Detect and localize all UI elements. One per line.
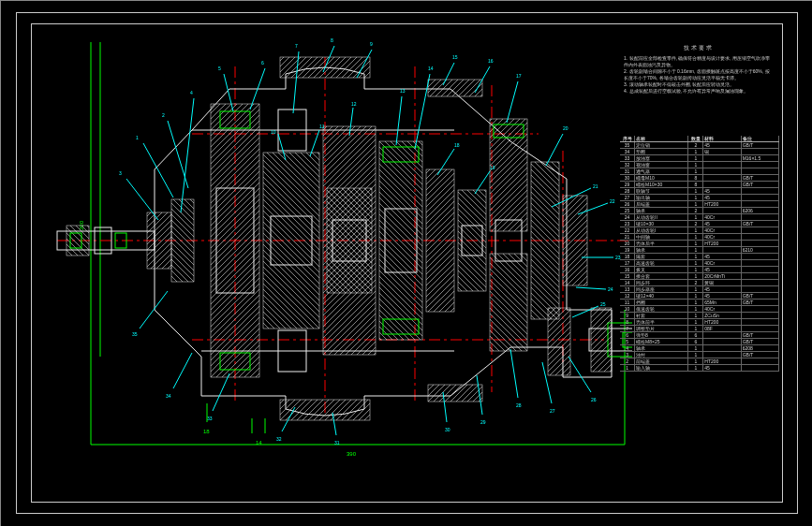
svg-rect-48 xyxy=(548,308,570,375)
bom-row: 20壳体后半1HT200 xyxy=(620,241,779,247)
svg-text:1: 1 xyxy=(136,135,139,140)
svg-text:13: 13 xyxy=(400,88,406,94)
bom-row: 3油封1GB/T xyxy=(620,352,779,358)
svg-line-84 xyxy=(507,81,518,123)
bom-row: 2前端盖1HT200 xyxy=(620,358,779,365)
gear-main xyxy=(323,126,376,355)
bom-row: 9衬套1ZCuSn xyxy=(620,313,779,319)
svg-rect-19 xyxy=(147,212,171,269)
svg-text:7: 7 xyxy=(295,43,298,49)
bom-row: 5螺栓M8×256GB/T xyxy=(620,339,779,345)
svg-text:33: 33 xyxy=(207,416,213,421)
svg-text:18: 18 xyxy=(454,142,460,148)
bom-row: 10低速齿轮140Cr xyxy=(620,306,779,313)
drawing-canvas[interactable]: 390 200 xyxy=(42,29,632,488)
bom-row: 11挡圈165MnGB/T xyxy=(620,300,779,306)
gear-high xyxy=(379,141,422,340)
svg-line-98 xyxy=(576,287,606,289)
svg-text:15: 15 xyxy=(452,54,458,60)
svg-text:30: 30 xyxy=(445,427,450,432)
bom-row: 4轴承16208 xyxy=(620,345,779,352)
svg-text:19: 19 xyxy=(490,165,495,170)
svg-line-118 xyxy=(173,353,192,388)
notes-title: 技术要求 xyxy=(624,44,774,51)
svg-rect-20 xyxy=(171,199,194,282)
svg-text:16: 16 xyxy=(488,58,494,64)
svg-text:27: 27 xyxy=(550,408,555,414)
svg-line-116 xyxy=(213,373,229,411)
aux-dims: 14 18 xyxy=(203,403,265,446)
svg-text:14: 14 xyxy=(428,66,434,71)
bom-row: 31通气器1 xyxy=(620,168,779,175)
bom-row: 24从动齿轮II140Cr xyxy=(620,214,779,221)
svg-rect-21 xyxy=(211,104,259,377)
svg-line-120 xyxy=(140,291,168,329)
svg-line-52 xyxy=(143,143,173,197)
bom-row: 25轴承26206 xyxy=(620,208,779,214)
bom-row: 13同步器座145 xyxy=(620,286,779,293)
bom-row: 35定位销245GB/T xyxy=(620,142,779,149)
svg-text:21: 21 xyxy=(593,183,598,189)
bom-row: 16拨叉145 xyxy=(620,267,779,273)
svg-line-76 xyxy=(396,96,402,145)
secondary-cluster xyxy=(490,119,587,351)
svg-text:31: 31 xyxy=(334,440,340,446)
bom-row: 32视油窗1 xyxy=(620,162,779,168)
sync-hub xyxy=(263,110,319,372)
svg-text:34: 34 xyxy=(166,393,171,399)
svg-line-78 xyxy=(415,74,430,149)
bom-row: 15接合套120CrMnTi xyxy=(620,273,779,280)
bom-table: 序号 名称 数量 材料 备注 35定位销245GB/T34垫圈1铜33放油塞1M… xyxy=(620,136,779,493)
bom-row: 23键10×30245GB/T xyxy=(620,221,779,227)
svg-text:4: 4 xyxy=(190,90,193,95)
svg-text:14: 14 xyxy=(256,440,262,446)
bom-row: 33放油塞1M16×1.5 xyxy=(620,155,779,162)
bom-row: 17高速齿轮140Cr xyxy=(620,260,779,267)
svg-text:18: 18 xyxy=(203,429,210,434)
svg-text:5: 5 xyxy=(218,66,221,71)
svg-line-58 xyxy=(181,98,194,212)
svg-rect-36 xyxy=(426,169,454,312)
svg-text:6: 6 xyxy=(261,60,264,66)
svg-text:8: 8 xyxy=(331,37,333,43)
svg-rect-30 xyxy=(327,188,372,293)
gear-low xyxy=(211,104,259,377)
bom-header: 序号 名称 数量 材料 备注 xyxy=(620,136,779,142)
svg-rect-32 xyxy=(379,141,422,340)
bom-row: 1输入轴145 xyxy=(620,365,779,372)
svg-text:26: 26 xyxy=(591,397,597,402)
svg-text:20: 20 xyxy=(563,125,568,131)
bom-row: 18隔套145 xyxy=(620,254,779,260)
svg-rect-25 xyxy=(263,153,319,329)
svg-rect-40 xyxy=(490,254,527,351)
svg-text:35: 35 xyxy=(132,331,138,337)
svg-text:17: 17 xyxy=(516,73,522,79)
notes-line: 4. 总成装配后进行空载试验, 不允许有异常声响及漏油现象。 xyxy=(624,88,774,95)
svg-line-106 xyxy=(510,349,518,398)
svg-text:25: 25 xyxy=(600,301,606,307)
svg-text:10: 10 xyxy=(271,129,276,135)
bom-row: 6弹垫86GB/T xyxy=(620,332,779,339)
notes-line: 1. 装配前应全部检查零件, 确保符合精度与设计要求, 用压缩空气吹净零件内外表… xyxy=(624,55,774,68)
svg-rect-14 xyxy=(428,80,482,96)
bom-row: 12键12×40145GB/T xyxy=(620,293,779,300)
svg-text:32: 32 xyxy=(276,436,282,442)
svg-rect-47 xyxy=(591,308,612,372)
svg-text:29: 29 xyxy=(480,419,486,425)
bom-row: 19轴承16210 xyxy=(620,247,779,254)
bom-row: 29螺栓M10×308GB/T xyxy=(620,182,779,188)
svg-rect-15 xyxy=(428,385,482,402)
svg-text:9: 9 xyxy=(370,41,373,47)
cad-viewport[interactable]: 390 200 xyxy=(0,0,812,526)
bom-row: 14同步环2黄铜 xyxy=(620,280,779,286)
notes-line: 3. 滚动轴承装配时不得敲击外圈, 装配后应转动灵活。 xyxy=(624,81,774,88)
svg-text:28: 28 xyxy=(516,402,522,408)
svg-rect-44 xyxy=(563,196,587,285)
bom-row: 30螺母M108GB/T xyxy=(620,175,779,182)
bom-body: 35定位销245GB/T34垫圈1铜33放油塞1M16×1.532视油窗131通… xyxy=(620,142,779,372)
svg-line-102 xyxy=(568,357,591,392)
svg-text:3: 3 xyxy=(119,170,122,176)
svg-text:22: 22 xyxy=(610,198,615,204)
svg-text:11: 11 xyxy=(319,124,325,129)
dim-horizontal: 390 xyxy=(347,451,357,457)
